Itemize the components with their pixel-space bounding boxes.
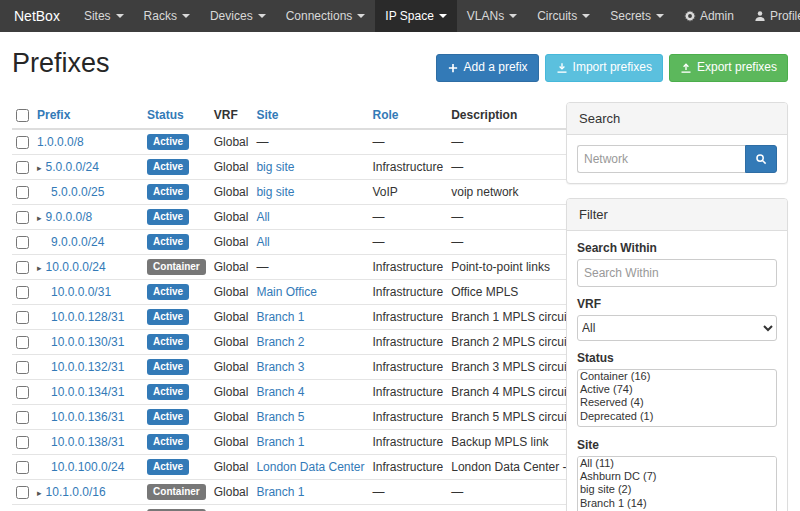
site-link[interactable]: Branch 5	[256, 410, 304, 424]
nav-item-label: Secrets	[610, 9, 651, 23]
row-checkbox[interactable]	[16, 486, 29, 499]
role-cell: —	[369, 205, 448, 230]
site-link[interactable]: Branch 1	[256, 435, 304, 449]
site-link[interactable]: Branch 3	[256, 360, 304, 374]
row-checkbox[interactable]	[16, 211, 29, 224]
add-a-prefix-button[interactable]: Add a prefix	[436, 54, 539, 82]
search-button[interactable]	[745, 145, 777, 173]
site-link[interactable]: big site	[256, 185, 294, 199]
status-badge: Active	[147, 434, 189, 450]
site-link[interactable]: Branch 1	[256, 485, 304, 499]
prefix-link[interactable]: 10.0.0.132/31	[51, 360, 124, 374]
column-header-vrf: VRF	[210, 102, 253, 129]
prefix-link[interactable]: 10.0.0.134/31	[51, 385, 124, 399]
row-checkbox[interactable]	[16, 361, 29, 374]
sort-link[interactable]: Role	[373, 108, 399, 122]
row-checkbox[interactable]	[16, 436, 29, 449]
prefix-link[interactable]: 1.0.0.0/8	[37, 135, 84, 149]
role-cell: Infrastructure	[369, 280, 448, 305]
site-link[interactable]: All	[256, 235, 269, 249]
site-link[interactable]: Branch 4	[256, 385, 304, 399]
site-link[interactable]: London Data Center	[256, 460, 364, 474]
site-link[interactable]: Branch 2	[256, 335, 304, 349]
search-input[interactable]	[577, 145, 745, 173]
filter-status-select[interactable]: Container (16)Active (74)Reserved (4)Dep…	[577, 369, 777, 427]
site-link[interactable]: big site	[256, 160, 294, 174]
row-checkbox[interactable]	[16, 286, 29, 299]
prefix-link[interactable]: 10.0.0.128/31	[51, 310, 124, 324]
row-checkbox[interactable]	[16, 386, 29, 399]
select-all-checkbox[interactable]	[16, 109, 29, 122]
prefix-link[interactable]: 5.0.0.0/25	[51, 185, 104, 199]
row-checkbox[interactable]	[16, 336, 29, 349]
site-link[interactable]: Main Office	[256, 285, 316, 299]
export-prefixes-button[interactable]: Export prefixes	[669, 54, 788, 82]
nav-item-devices[interactable]: Devices	[200, 0, 276, 32]
table-row: 1.0.0.0/8ActiveGlobal———	[12, 129, 657, 155]
nav-item-connections[interactable]: Connections	[276, 0, 376, 32]
filter-site-select[interactable]: All (11)Ashburn DC (7)big site (2)Branch…	[577, 456, 777, 511]
filter-fields: Search WithinVRFAllStatusContainer (16)A…	[567, 231, 787, 511]
nav-item-sites[interactable]: Sites	[74, 0, 134, 32]
table-row: 10.0.0.0/31ActiveGlobalMain OfficeInfras…	[12, 280, 657, 305]
content-row: PrefixStatusVRFSiteRoleDescription 1.0.0…	[12, 102, 788, 511]
table-row: 10.0.100.0/24ActiveGlobalLondon Data Cen…	[12, 455, 657, 480]
sort-link[interactable]: Status	[147, 108, 184, 122]
row-checkbox[interactable]	[16, 236, 29, 249]
prefix-link[interactable]: 10.1.0.0/16	[46, 485, 106, 499]
nav-item-secrets[interactable]: Secrets	[600, 0, 674, 32]
nav-item-ip-space[interactable]: IP Space	[375, 0, 456, 32]
user-menu: AdminProfileLog out	[674, 0, 800, 32]
chevron-down-icon	[182, 14, 190, 18]
nav-item-vlans[interactable]: VLANs	[457, 0, 527, 32]
nav-item-profile[interactable]: Profile	[744, 0, 800, 32]
status-badge: Active	[147, 359, 189, 375]
sidebar: Search Filter	[566, 102, 788, 511]
expand-toggle-icon[interactable]: ▸	[37, 263, 42, 273]
nav-item-admin[interactable]: Admin	[674, 0, 744, 32]
row-checkbox[interactable]	[16, 136, 29, 149]
chevron-down-icon	[582, 14, 590, 18]
expand-toggle-icon[interactable]: ▸	[37, 163, 42, 173]
site-link[interactable]: All	[256, 210, 269, 224]
prefix-link[interactable]: 10.0.0.138/31	[51, 435, 124, 449]
table-row: ▸9.0.0.0/8ActiveGlobalAll——	[12, 205, 657, 230]
prefix-link[interactable]: 10.0.0.0/24	[46, 260, 106, 274]
row-checkbox[interactable]	[16, 186, 29, 199]
brand[interactable]: NetBox	[0, 0, 74, 32]
sort-link[interactable]: Site	[256, 108, 278, 122]
nav-item-label: Circuits	[537, 9, 577, 23]
prefix-link[interactable]: 9.0.0.0/8	[46, 210, 93, 224]
column-header-status: Status	[143, 102, 210, 129]
row-checkbox[interactable]	[16, 461, 29, 474]
filter-label-site: Site	[577, 438, 777, 452]
expand-toggle-icon[interactable]: ▸	[37, 213, 42, 223]
prefix-link[interactable]: 10.0.0.0/31	[51, 285, 111, 299]
prefix-link[interactable]: 10.0.100.0/24	[51, 460, 124, 474]
chevron-down-icon	[258, 14, 266, 18]
table-row: ▸10.1.0.0/16ContainerGlobalBranch 1——	[12, 480, 657, 505]
row-checkbox[interactable]	[16, 161, 29, 174]
prefix-link[interactable]: 10.0.0.130/31	[51, 335, 124, 349]
sort-link[interactable]: Prefix	[37, 108, 70, 122]
table-row: 10.0.0.130/31ActiveGlobalBranch 2Infrast…	[12, 330, 657, 355]
row-checkbox[interactable]	[16, 261, 29, 274]
prefix-link[interactable]: 9.0.0.0/24	[51, 235, 104, 249]
prefix-link[interactable]: 5.0.0.0/24	[46, 160, 99, 174]
table-row: 10.0.0.134/31ActiveGlobalBranch 4Infrast…	[12, 380, 657, 405]
table-header-row: PrefixStatusVRFSiteRoleDescription	[12, 102, 657, 129]
search-panel: Search	[566, 102, 788, 184]
filter-search-within-input[interactable]	[577, 259, 777, 287]
chevron-down-icon	[116, 14, 124, 18]
filter-vrf-select[interactable]: All	[577, 315, 777, 341]
status-badge: Active	[147, 209, 189, 225]
import-prefixes-button[interactable]: Import prefixes	[545, 54, 663, 82]
prefix-link[interactable]: 10.0.0.136/31	[51, 410, 124, 424]
nav-item-label: IP Space	[385, 9, 433, 23]
nav-item-racks[interactable]: Racks	[134, 0, 200, 32]
expand-toggle-icon[interactable]: ▸	[37, 488, 42, 498]
site-link[interactable]: Branch 1	[256, 310, 304, 324]
row-checkbox[interactable]	[16, 311, 29, 324]
nav-item-circuits[interactable]: Circuits	[527, 0, 600, 32]
row-checkbox[interactable]	[16, 411, 29, 424]
